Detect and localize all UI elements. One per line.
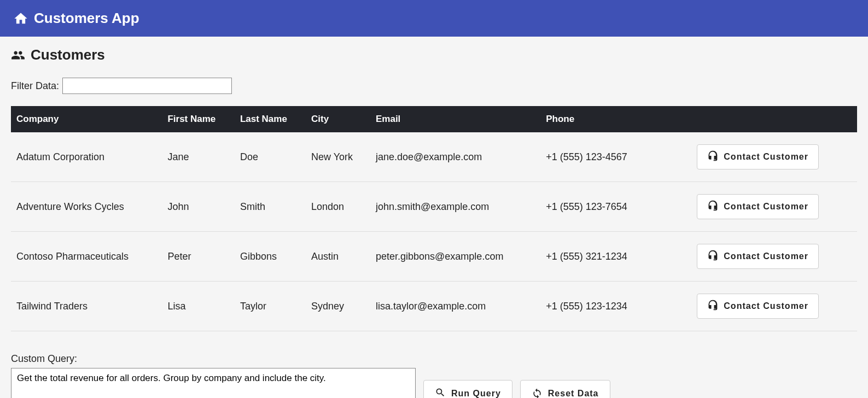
cell-action: Contact Customer — [654, 232, 857, 282]
reset-data-label: Reset Data — [548, 389, 599, 398]
people-icon — [11, 48, 25, 62]
col-company: Company — [11, 106, 162, 132]
cell-first-name: Peter — [162, 232, 234, 282]
cell-first-name: John — [162, 182, 234, 232]
col-email: Email — [370, 106, 540, 132]
col-last-name: Last Name — [235, 106, 306, 132]
cell-company: Contoso Pharmaceuticals — [11, 232, 162, 282]
page-heading: Customers — [11, 46, 857, 63]
query-section: Custom Query: Run Query Reset Data — [11, 353, 857, 398]
support-agent-icon — [707, 200, 718, 213]
contact-customer-button[interactable]: Contact Customer — [697, 144, 819, 169]
reset-data-button[interactable]: Reset Data — [520, 380, 610, 398]
cell-city: Sydney — [306, 282, 370, 331]
cell-phone: +1 (555) 321-1234 — [540, 232, 654, 282]
main-content: Customers Filter Data: Company First Nam… — [0, 37, 868, 398]
cell-email: lisa.taylor@example.com — [370, 282, 540, 331]
cell-phone: +1 (555) 123-4567 — [540, 132, 654, 182]
contact-label: Contact Customer — [724, 301, 808, 311]
refresh-icon — [532, 387, 543, 398]
home-icon[interactable] — [13, 11, 28, 26]
support-agent-icon — [707, 150, 718, 163]
col-actions — [654, 106, 857, 132]
cell-last-name: Smith — [235, 182, 306, 232]
customers-table: Company First Name Last Name City Email … — [11, 106, 857, 331]
contact-customer-button[interactable]: Contact Customer — [697, 294, 819, 319]
cell-last-name: Gibbons — [235, 232, 306, 282]
filter-label: Filter Data: — [11, 80, 59, 92]
cell-city: New York — [306, 132, 370, 182]
cell-last-name: Doe — [235, 132, 306, 182]
query-label: Custom Query: — [11, 353, 857, 365]
cell-first-name: Jane — [162, 132, 234, 182]
support-agent-icon — [707, 300, 718, 313]
contact-customer-button[interactable]: Contact Customer — [697, 194, 819, 219]
col-phone: Phone — [540, 106, 654, 132]
query-row: Run Query Reset Data — [11, 368, 857, 398]
cell-company: Tailwind Traders — [11, 282, 162, 331]
cell-company: Adventure Works Cycles — [11, 182, 162, 232]
table-row: Adventure Works CyclesJohnSmithLondonjoh… — [11, 182, 857, 232]
table-row: Tailwind TradersLisaTaylorSydneylisa.tay… — [11, 282, 857, 331]
cell-action: Contact Customer — [654, 132, 857, 182]
cell-action: Contact Customer — [654, 182, 857, 232]
cell-email: jane.doe@example.com — [370, 132, 540, 182]
table-row: Adatum CorporationJaneDoeNew Yorkjane.do… — [11, 132, 857, 182]
cell-city: Austin — [306, 232, 370, 282]
query-textarea[interactable] — [11, 368, 416, 398]
cell-company: Adatum Corporation — [11, 132, 162, 182]
contact-label: Contact Customer — [724, 152, 808, 162]
support-agent-icon — [707, 250, 718, 263]
table-row: Contoso PharmaceuticalsPeterGibbonsAusti… — [11, 232, 857, 282]
app-header: Customers App — [0, 0, 868, 37]
contact-label: Contact Customer — [724, 202, 808, 212]
filter-row: Filter Data: — [11, 78, 857, 94]
cell-phone: +1 (555) 123-7654 — [540, 182, 654, 232]
contact-customer-button[interactable]: Contact Customer — [697, 244, 819, 269]
cell-first-name: Lisa — [162, 282, 234, 331]
cell-email: john.smith@example.com — [370, 182, 540, 232]
cell-city: London — [306, 182, 370, 232]
run-query-label: Run Query — [451, 389, 501, 398]
search-icon — [435, 387, 446, 398]
cell-last-name: Taylor — [235, 282, 306, 331]
col-first-name: First Name — [162, 106, 234, 132]
table-header-row: Company First Name Last Name City Email … — [11, 106, 857, 132]
contact-label: Contact Customer — [724, 251, 808, 261]
cell-phone: +1 (555) 123-1234 — [540, 282, 654, 331]
cell-action: Contact Customer — [654, 282, 857, 331]
page-title: Customers — [31, 46, 105, 63]
run-query-button[interactable]: Run Query — [423, 380, 512, 398]
app-title: Customers App — [34, 10, 139, 27]
col-city: City — [306, 106, 370, 132]
filter-input[interactable] — [62, 78, 232, 94]
cell-email: peter.gibbons@example.com — [370, 232, 540, 282]
